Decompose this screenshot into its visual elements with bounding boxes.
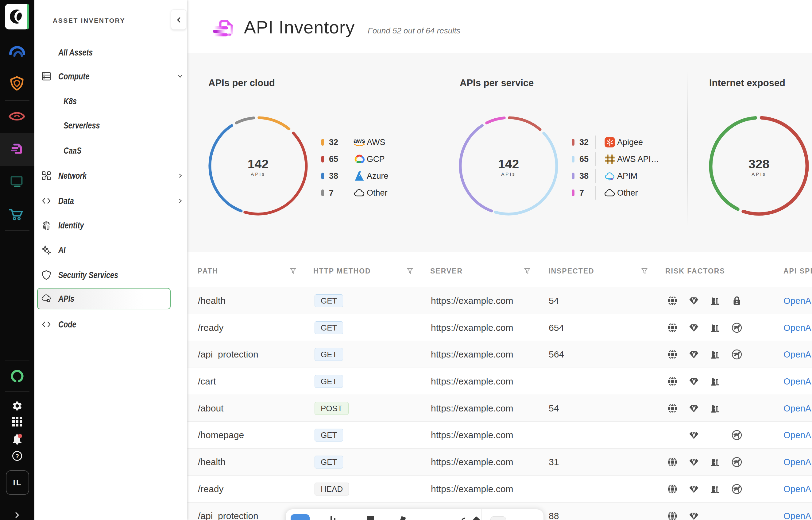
svg-text:?: ? xyxy=(15,453,19,459)
